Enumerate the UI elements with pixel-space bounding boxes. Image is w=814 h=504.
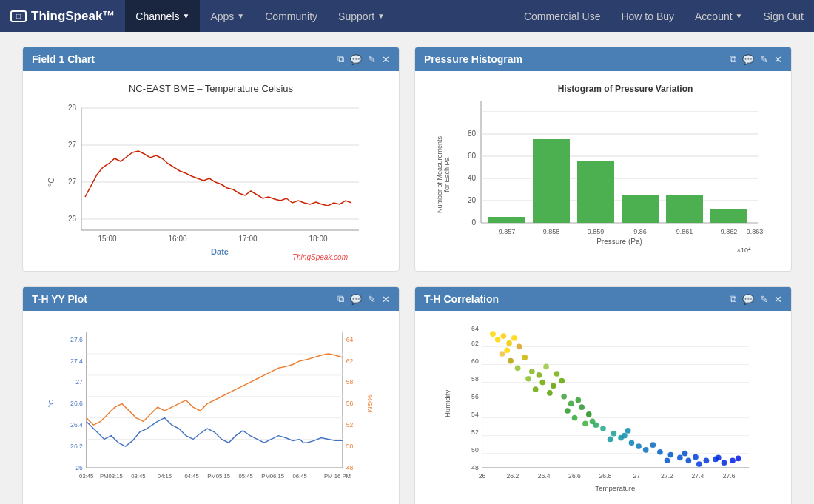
svg-point-131 xyxy=(547,390,553,396)
svg-text:%GM: %GM xyxy=(366,394,374,412)
svg-text:Pressure (Pa): Pressure (Pa) xyxy=(596,238,642,246)
svg-point-136 xyxy=(576,397,582,403)
svg-text:52: 52 xyxy=(346,421,354,429)
widget2-header: Pressure Histogram ⧉ 💬 ✎ ✕ xyxy=(415,47,791,71)
svg-text:28: 28 xyxy=(68,104,77,112)
nav-channels[interactable]: Channels ▼ xyxy=(125,0,200,32)
svg-point-120 xyxy=(504,347,510,353)
svg-text:9.858: 9.858 xyxy=(543,228,560,235)
svg-point-130 xyxy=(533,386,539,392)
svg-text:for Each Pa: for Each Pa xyxy=(443,157,451,192)
svg-point-147 xyxy=(629,440,635,446)
svg-point-150 xyxy=(650,442,656,448)
svg-point-135 xyxy=(568,401,574,407)
svg-text:PM06:15: PM06:15 xyxy=(261,473,284,480)
svg-point-114 xyxy=(495,337,501,343)
apps-caret: ▼ xyxy=(237,12,244,20)
svg-text:26.2: 26.2 xyxy=(70,443,83,450)
svg-text:26.4: 26.4 xyxy=(538,472,551,480)
nav-community[interactable]: Community xyxy=(255,0,328,32)
widget4-body: 48 50 52 54 56 58 60 62 64 26 26.2 26.4 … xyxy=(415,311,791,504)
main-content: Field 1 Chart ⧉ 💬 ✎ ✕ NC-EAST BME – Temp… xyxy=(0,32,814,504)
widget1-header: Field 1 Chart ⧉ 💬 ✎ ✕ xyxy=(23,47,399,71)
widget4-external-icon[interactable]: ⧉ xyxy=(730,293,736,305)
svg-point-134 xyxy=(561,394,567,400)
widget2-controls: ⧉ 💬 ✎ ✕ xyxy=(730,53,782,65)
widget1-edit-icon[interactable]: ✎ xyxy=(368,54,376,65)
widget4-comment-icon[interactable]: 💬 xyxy=(742,294,754,305)
svg-text:60: 60 xyxy=(468,152,477,160)
widget4-edit-icon[interactable]: ✎ xyxy=(760,294,768,305)
widget3-edit-icon[interactable]: ✎ xyxy=(368,294,376,305)
svg-point-162 xyxy=(736,456,741,462)
nav-howtobuy[interactable]: How to Buy xyxy=(610,0,684,32)
svg-text:9.86: 9.86 xyxy=(633,228,647,235)
svg-text:56: 56 xyxy=(471,393,479,400)
svg-point-157 xyxy=(704,457,710,463)
svg-point-133 xyxy=(559,378,565,384)
svg-point-143 xyxy=(611,431,617,437)
widget1-close-icon[interactable]: ✕ xyxy=(382,54,390,65)
widget2-edit-icon[interactable]: ✎ xyxy=(760,54,768,65)
brand-logo[interactable]: □ ThingSpeak™ xyxy=(0,0,125,32)
svg-text:27: 27 xyxy=(75,378,83,386)
nav-signout[interactable]: Sign Out xyxy=(753,0,814,32)
widget1-external-icon[interactable]: ⧉ xyxy=(337,53,344,65)
svg-text:03:45: 03:45 xyxy=(131,473,145,480)
svg-text:64: 64 xyxy=(346,336,354,343)
navbar: □ ThingSpeak™ Channels ▼ Apps ▼ Communit… xyxy=(0,0,814,32)
svg-point-154 xyxy=(686,457,692,463)
svg-point-152 xyxy=(668,452,674,458)
widget3-close-icon[interactable]: ✕ xyxy=(382,294,390,305)
svg-point-164 xyxy=(593,422,599,428)
svg-text:27.6: 27.6 xyxy=(723,472,736,480)
svg-text:04:45: 04:45 xyxy=(184,473,198,480)
svg-text:27.6: 27.6 xyxy=(70,336,83,343)
widget3-title: T-H YY Plot xyxy=(32,293,87,305)
svg-text:16 PM: 16 PM xyxy=(334,473,351,480)
svg-point-146 xyxy=(608,437,613,443)
widget1-comment-icon[interactable]: 💬 xyxy=(350,54,362,65)
svg-text:Number of Measurements: Number of Measurements xyxy=(436,135,443,213)
svg-text:52: 52 xyxy=(471,429,479,436)
svg-text:27: 27 xyxy=(633,472,640,480)
nav-account[interactable]: Account ▼ xyxy=(684,0,753,32)
svg-text:48: 48 xyxy=(471,464,479,471)
svg-text:Temperature: Temperature xyxy=(595,484,635,492)
svg-rect-37 xyxy=(622,195,659,223)
nav-support[interactable]: Support ▼ xyxy=(328,0,395,32)
svg-text:20: 20 xyxy=(468,196,477,204)
widget1-controls: ⧉ 💬 ✎ ✕ xyxy=(337,53,390,65)
svg-text:NC-EAST BME – Temperature Cels: NC-EAST BME – Temperature Celsius xyxy=(129,83,294,94)
svg-point-127 xyxy=(525,376,531,382)
channels-caret: ▼ xyxy=(183,12,190,20)
nav-commercial[interactable]: Commercial Use xyxy=(514,0,610,32)
scatter-chart-area: 48 50 52 54 56 58 60 62 64 26 26.2 26.4 … xyxy=(423,318,784,503)
widget2-close-icon[interactable]: ✕ xyxy=(774,54,782,65)
svg-point-148 xyxy=(636,443,642,449)
brand-name: ThingSpeak™ xyxy=(31,9,115,24)
nav-apps[interactable]: Apps ▼ xyxy=(200,0,255,32)
svg-text:56: 56 xyxy=(346,400,354,407)
svg-text:9.863: 9.863 xyxy=(747,228,764,235)
svg-text:27.4: 27.4 xyxy=(70,357,83,365)
widget2-comment-icon[interactable]: 💬 xyxy=(742,54,754,65)
widget2-title: Pressure Histogram xyxy=(424,53,522,65)
svg-point-167 xyxy=(716,455,722,461)
widget4-title: T-H Correlation xyxy=(424,293,499,305)
histogram-chart-area: Histogram of Pressure Variation Number o… xyxy=(423,78,784,263)
widget2-external-icon[interactable]: ⧉ xyxy=(730,53,736,65)
widget3-comment-icon[interactable]: 💬 xyxy=(350,294,362,305)
svg-point-161 xyxy=(696,461,702,467)
svg-text:×10⁴: ×10⁴ xyxy=(737,246,751,254)
svg-text:60: 60 xyxy=(471,357,479,365)
svg-text:80: 80 xyxy=(468,130,477,138)
widget3-external-icon[interactable]: ⧉ xyxy=(337,293,344,305)
svg-text:54: 54 xyxy=(471,411,479,418)
svg-point-118 xyxy=(517,344,522,350)
svg-point-159 xyxy=(722,460,727,466)
widget4-close-icon[interactable]: ✕ xyxy=(774,294,782,305)
svg-text:27: 27 xyxy=(68,141,77,149)
svg-point-166 xyxy=(682,451,688,457)
svg-point-153 xyxy=(677,455,683,461)
